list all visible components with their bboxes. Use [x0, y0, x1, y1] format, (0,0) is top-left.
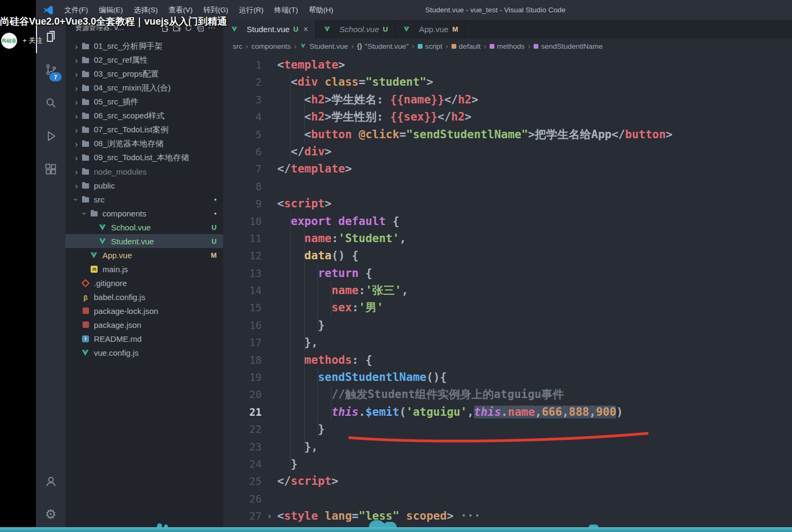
- breadcrumb-item[interactable]: components: [251, 42, 291, 50]
- code-line[interactable]: 5<button @click="sendStudentlName">把学生名给…: [223, 126, 792, 143]
- code-editor[interactable]: 1<template>2<div class="student">3<h2>学生…: [223, 54, 792, 532]
- tree-item[interactable]: .gitignore: [65, 276, 223, 290]
- code-line[interactable]: 26: [223, 490, 792, 507]
- code-line[interactable]: 17},: [223, 334, 792, 351]
- token: >: [471, 93, 478, 106]
- tree-item[interactable]: package.json: [65, 318, 223, 332]
- code-line[interactable]: 18methods: {: [223, 351, 792, 369]
- video-progress-bar[interactable]: [0, 527, 792, 532]
- code-line[interactable]: 24}: [223, 455, 792, 473]
- breadcrumb-item[interactable]: methods: [490, 42, 525, 50]
- npm-icon: [81, 321, 90, 328]
- settings-gear-icon[interactable]: ⚙: [36, 498, 65, 531]
- menu-item[interactable]: 终端(T): [270, 3, 303, 17]
- code-line[interactable]: 1<template>: [223, 56, 792, 73]
- token: >: [666, 128, 673, 141]
- breadcrumb: src›components›Student.vue›{}"Student.vu…: [223, 39, 792, 54]
- file-tree: ›01_src_分析脚手架›02_src_ref属性›03_src_props配…: [65, 39, 223, 359]
- chevron-right-icon: ›: [528, 42, 531, 50]
- code-line[interactable]: 27›<style lang="less" scoped> ···: [223, 507, 792, 524]
- code-line[interactable]: 9<script>: [223, 195, 792, 212]
- token: :: [331, 232, 338, 245]
- folder-icon: [81, 168, 90, 175]
- vue-icon: [230, 26, 239, 32]
- breadcrumb-label: "Student.vue": [365, 42, 409, 50]
- run-debug-icon[interactable]: [36, 119, 65, 153]
- token: h2: [451, 110, 464, 123]
- close-icon[interactable]: ×: [303, 25, 308, 34]
- tree-item[interactable]: ›node_modules: [65, 164, 223, 178]
- tab-app-vue[interactable]: App.vueM: [395, 20, 465, 39]
- tree-item[interactable]: ›09_src_TodoList_本地存储: [65, 151, 223, 164]
- code-line[interactable]: 20//触发Student组件实例身上的atguigu事件: [223, 386, 792, 403]
- code-line[interactable]: 2<div class="student">: [223, 73, 792, 91]
- tree-item[interactable]: ›07_src_TodoList案例: [65, 123, 223, 137]
- avatar[interactable]: 尚硅谷: [1, 33, 17, 49]
- follow-button[interactable]: + 关注: [23, 36, 42, 46]
- breadcrumb-item[interactable]: {}"Student.vue": [357, 42, 409, 50]
- code-line[interactable]: 21this.$emit('atguigu',this.name,666,888…: [223, 403, 792, 421]
- token: script: [284, 197, 325, 210]
- token: h2: [458, 93, 471, 106]
- tab-school-vue[interactable]: School.vueU: [316, 20, 396, 39]
- code-line[interactable]: 15sex:'男': [223, 299, 792, 316]
- source-control-icon[interactable]: 7: [36, 53, 65, 86]
- account-icon[interactable]: [36, 464, 65, 498]
- tree-item[interactable]: ›02_src_ref属性: [65, 53, 223, 67]
- tree-item[interactable]: ›08_浏览器本地存储: [65, 137, 223, 151]
- tab-student-vue[interactable]: Student.vueU×: [223, 20, 316, 39]
- fold-spacer: [262, 438, 277, 455]
- vue-icon: [98, 238, 107, 244]
- code-line[interactable]: 16}: [223, 317, 792, 334]
- fold-spacer: [262, 126, 277, 143]
- vue-icon: [81, 350, 90, 356]
- breadcrumb-label: script: [425, 42, 442, 50]
- code-line[interactable]: 14name:'张三',: [223, 282, 792, 299]
- tree-item[interactable]: ›04_src_mixin混入(合): [65, 81, 223, 95]
- tree-item[interactable]: Student.vueU: [65, 234, 223, 248]
- code-line[interactable]: 23},: [223, 438, 792, 455]
- tree-item[interactable]: ›05_src_插件: [65, 95, 223, 109]
- tree-item[interactable]: README.md: [65, 332, 223, 346]
- code-line[interactable]: 6</div>: [223, 143, 792, 160]
- token: >: [331, 475, 338, 488]
- search-icon[interactable]: [36, 86, 65, 119]
- extensions-icon[interactable]: [36, 153, 65, 186]
- menu-item[interactable]: 运行(R): [234, 3, 269, 17]
- tree-item[interactable]: ›src●: [65, 192, 223, 206]
- breadcrumb-item[interactable]: default: [451, 42, 481, 50]
- tree-item[interactable]: App.vueM: [65, 248, 223, 262]
- tree-item[interactable]: package-lock.json: [65, 304, 223, 318]
- code-line[interactable]: 10export default {: [223, 213, 792, 230]
- code-line[interactable]: 11name:'Student',: [223, 230, 792, 247]
- code-line[interactable]: 3<h2>学生姓名: {{name}}</h2>: [223, 91, 792, 108]
- tree-item[interactable]: ›public: [65, 178, 223, 192]
- tree-item[interactable]: vue.config.js: [65, 346, 223, 359]
- token: >: [426, 76, 433, 88]
- breadcrumb-item[interactable]: src: [233, 42, 242, 50]
- breadcrumb-item[interactable]: sendStudentlName: [534, 42, 603, 50]
- token: {{name}}: [390, 93, 445, 106]
- code-line[interactable]: 4<h2>学生性别: {{sex}}</h2>: [223, 108, 792, 125]
- tree-item[interactable]: babel.config.js: [65, 290, 223, 304]
- breadcrumb-item[interactable]: script: [418, 42, 442, 50]
- code-line[interactable]: 22}: [223, 421, 792, 438]
- code-line[interactable]: 8: [223, 178, 792, 195]
- breadcrumb-item[interactable]: Student.vue: [300, 42, 348, 50]
- code-line[interactable]: 7</template>: [223, 160, 792, 177]
- code-line[interactable]: 25</script>: [223, 473, 792, 490]
- uploader-overlay: 尚硅谷 + 关注: [1, 33, 42, 49]
- tree-item[interactable]: ›06_src_scoped样式: [65, 109, 223, 123]
- menu-item[interactable]: 帮助(H): [304, 3, 338, 17]
- code-line[interactable]: 13return {: [223, 265, 792, 282]
- tree-item[interactable]: School.vueU: [65, 220, 223, 234]
- tree-item[interactable]: ›01_src_分析脚手架: [65, 39, 223, 53]
- code-line[interactable]: 12data() {: [223, 247, 792, 264]
- code-text: sendStudentlName(){: [277, 369, 792, 386]
- code-line[interactable]: 19sendStudentlName(){: [223, 369, 792, 386]
- chevron-right-icon: ›: [246, 42, 248, 50]
- tree-item[interactable]: main.js: [65, 262, 223, 276]
- code-text: methods: {: [277, 351, 792, 369]
- tree-item[interactable]: ›components●: [65, 206, 223, 220]
- tree-item[interactable]: ›03_src_props配置: [65, 67, 223, 81]
